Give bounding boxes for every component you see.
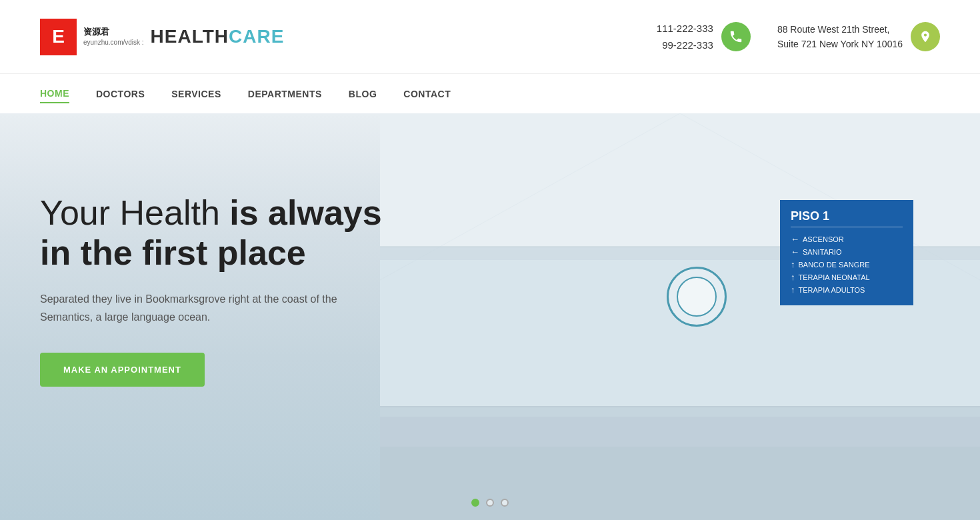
- nav-home[interactable]: HOME: [40, 85, 69, 103]
- hero-title-normal: Your Health: [40, 193, 220, 232]
- hero-subtitle: Separated they live in Bookmarksgrove ri…: [40, 290, 387, 326]
- logo-area: E 资源君 eyunzhu.com/vdisk : HEALTHCARE: [40, 19, 284, 55]
- sign-label-1: ASCENSOR: [803, 235, 844, 243]
- nav-contact[interactable]: CONTACT: [403, 85, 451, 103]
- phone-numbers: 111-222-333 99-222-333: [657, 20, 713, 54]
- sign-label-2: SANITARIO: [803, 248, 841, 256]
- dot-1[interactable]: [471, 499, 479, 507]
- hero-title-bold1: is always: [229, 193, 381, 232]
- arrow-2: ←: [791, 247, 799, 257]
- sign-board-item-5: ↑ TERAPIA ADULTOS: [791, 283, 903, 296]
- site-name: HEALTHCARE: [151, 26, 285, 47]
- hero-title-bold2: in the first place: [40, 233, 306, 272]
- corridor-logo-inner: [677, 277, 717, 317]
- sign-label-3: BANCO DE SANGRE: [799, 261, 870, 269]
- hero-section: PISO 1 ← ASCENSOR ← SANITARIO ↑ BANCO DE…: [0, 113, 980, 520]
- dot-3[interactable]: [501, 499, 509, 507]
- logo-text-block: 资源君 eyunzhu.com/vdisk :: [83, 26, 144, 47]
- hero-content: Your Health is always in the first place…: [0, 113, 467, 427]
- arrow-4: ↑: [791, 272, 795, 282]
- logo-url: eyunzhu.com/vdisk :: [83, 38, 144, 47]
- sign-board-item-3: ↑ BANCO DE SANGRE: [791, 258, 903, 271]
- svg-rect-3: [380, 407, 980, 417]
- sign-board-item-4: ↑ TERAPIA NEONATAL: [791, 271, 903, 283]
- phone-contact: 111-222-333 99-222-333: [657, 20, 751, 54]
- nav-blog[interactable]: BLOG: [349, 85, 377, 103]
- nav-services[interactable]: SERVICES: [171, 85, 221, 103]
- sign-label-5: TERAPIA ADULTOS: [799, 286, 865, 294]
- arrow-1: ←: [791, 234, 799, 244]
- arrow-5: ↑: [791, 285, 795, 295]
- appointment-button[interactable]: MAKE AN APPOINTMENT: [40, 353, 205, 387]
- logo-icon: E: [40, 19, 77, 55]
- phone-number-1: 111-222-333: [657, 20, 713, 37]
- location-icon[interactable]: [911, 22, 940, 51]
- address-line-1: 88 Route West 21th Street,: [777, 22, 903, 37]
- nav-departments[interactable]: DEPARTMENTS: [248, 85, 322, 103]
- hero-title: Your Health is always in the first place: [40, 193, 427, 273]
- sign-label-4: TERAPIA NEONATAL: [799, 273, 870, 281]
- sign-board-title: PISO 1: [791, 209, 903, 227]
- corridor-logo: [667, 267, 727, 327]
- svg-rect-5: [380, 447, 980, 520]
- navbar: HOME DOCTORS SERVICES DEPARTMENTS BLOG C…: [0, 73, 980, 113]
- phone-number-2: 99-222-333: [657, 37, 713, 54]
- header: E 资源君 eyunzhu.com/vdisk : HEALTHCARE 111…: [0, 0, 980, 73]
- slider-dots: [471, 499, 509, 507]
- arrow-3: ↑: [791, 259, 795, 269]
- address-text: 88 Route West 21th Street, Suite 721 New…: [777, 22, 903, 52]
- phone-icon[interactable]: [721, 22, 751, 51]
- sign-board-item-2: ← SANITARIO: [791, 245, 903, 258]
- sign-board-item-1: ← ASCENSOR: [791, 233, 903, 245]
- header-right: 111-222-333 99-222-333 88 Route West 21t…: [657, 20, 940, 54]
- address-line-2: Suite 721 New York NY 10016: [777, 37, 903, 51]
- logo-brand: 资源君: [83, 26, 144, 38]
- address-contact: 88 Route West 21th Street, Suite 721 New…: [777, 22, 940, 52]
- hero-corridor-bg: PISO 1 ← ASCENSOR ← SANITARIO ↑ BANCO DE…: [380, 113, 980, 520]
- nav-doctors[interactable]: DOCTORS: [96, 85, 145, 103]
- site-name-health: HEALTH: [151, 26, 229, 47]
- dot-2[interactable]: [486, 499, 494, 507]
- site-name-care: CARE: [229, 26, 284, 47]
- sign-board: PISO 1 ← ASCENSOR ← SANITARIO ↑ BANCO DE…: [780, 200, 913, 305]
